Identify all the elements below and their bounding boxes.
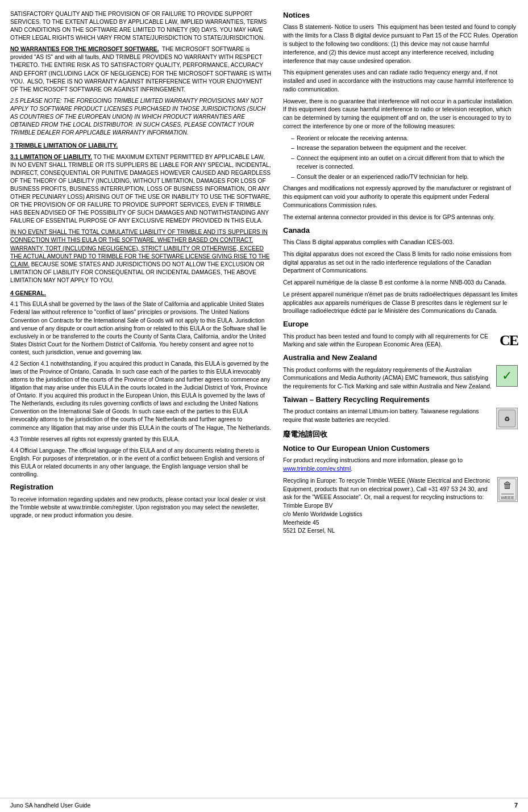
taiwan-title: Taiwan – Battery Recycling Requirements — [283, 395, 518, 405]
taiwan-para-1: The product contains an internal Lithium… — [283, 408, 518, 425]
footer-guide-title: Juno SA handheld User Guide — [10, 802, 90, 809]
para-registration: To receive information regarding updates… — [10, 496, 272, 520]
footer-bar: Juno SA handheld User Guide 7 — [0, 798, 528, 812]
australia-title: Australia and New Zealand — [283, 353, 518, 363]
left-column: SATISFACTORY QUALITY AND THE PROVISION O… — [10, 10, 272, 802]
canada-para-1: This Class B digital apparatus complies … — [283, 238, 518, 247]
taiwan-section: Taiwan – Battery Recycling Requirements … — [283, 395, 518, 443]
canada-para-4: Le présent appareil numérique n'émet pas… — [283, 291, 518, 316]
general-heading: 4 GENERAL. — [10, 289, 272, 297]
bullet-reorient: Reorient or relocate the receiving anten… — [291, 135, 518, 143]
svg-text:🗑: 🗑 — [503, 480, 512, 490]
para-3-1: 3.1 LIMITATION OF LIABILITY. TO THE MAXI… — [10, 153, 272, 225]
eu-para-1: For product recycling instructions and m… — [283, 457, 518, 474]
australia-section: Australia and New Zealand ✓ This product… — [283, 353, 518, 395]
bullet-connect: Connect the equipment into an outlet on … — [291, 154, 518, 171]
right-column: Notices Class B statement- Notice to use… — [283, 10, 518, 802]
svg-text:♻: ♻ — [504, 416, 510, 422]
canada-para-3: Cet appareil numérique de la classe B es… — [283, 279, 518, 287]
notices-para-4: Changes and modifications not expressly … — [283, 185, 518, 210]
trimble-register-link[interactable]: www.trimble.com/register — [68, 504, 132, 510]
canada-section: Canada This Class B digital apparatus co… — [283, 225, 518, 316]
no-event-underline: IN NO EVENT SHALL THE TOTAL CUMULATIVE L… — [10, 229, 270, 267]
taiwan-battery-logo: ♻ — [496, 408, 518, 429]
para-satisfactory: SATISFACTORY QUALITY AND THE PROVISION O… — [10, 10, 272, 42]
para-4-4: 4.4 Official Language. The official lang… — [10, 447, 272, 479]
eu-para-2-block: 🗑 WEEE Recycling in Europe: To recycle T… — [283, 477, 518, 539]
taiwan-content: ♻ The product contains an internal Lithi… — [283, 408, 518, 429]
australia-para-1: This product conforms with the regulator… — [283, 366, 518, 391]
eu-para-2: Recycling in Europe: To recycle Trimble … — [283, 477, 518, 535]
footer-page-number: 7 — [514, 802, 518, 809]
weee-logo: 🗑 WEEE — [497, 477, 518, 502]
registration-heading-para: Registration — [10, 482, 272, 492]
para-4-3: 4.3 Trimble reserves all rights not expr… — [10, 436, 272, 443]
canada-title: Canada — [283, 225, 518, 236]
limitation-of-liability-label: 3.1 LIMITATION OF LIABILITY. — [10, 154, 92, 160]
notices-bullets: Reorient or relocate the receiving anten… — [291, 135, 518, 182]
taiwan-kanji: 廢電池請回收 — [283, 429, 518, 440]
bullet-consult: Consult the dealer or an experienced rad… — [291, 173, 518, 182]
notices-para-1: Class B statement- Notice to users This … — [283, 23, 518, 65]
trimble-ev-link[interactable]: www.trimble.com/ev.shtml — [283, 466, 351, 472]
europe-section: Europe CE This product has been tested a… — [283, 319, 518, 353]
trimble-limitation-heading: 3 TRIMBLE LIMITATION OF LIABILITY. — [10, 141, 272, 149]
no-warranties-heading: NO WARRANTIES FOR THE MICROSOFT SOFTWARE… — [10, 46, 159, 52]
canada-para-2: This digital apparatus does not exceed t… — [283, 250, 518, 275]
para-2-5-note: 2.5 PLEASE NOTE: THE FOREGOING TRIMBLE L… — [10, 97, 272, 137]
notices-section: Notices Class B statement- Notice to use… — [283, 10, 518, 222]
section-4-heading: 4 GENERAL. — [10, 289, 272, 297]
australia-content: ✓ This product conforms with the regulat… — [283, 366, 518, 395]
para-no-event: IN NO EVENT SHALL THE TOTAL CUMULATIVE L… — [10, 228, 272, 284]
europe-content: CE This product has been tested and foun… — [283, 333, 518, 353]
notices-para-5: The external antenna connector provided … — [283, 214, 518, 222]
bullet-increase: Increase the separation between the equi… — [291, 144, 518, 153]
europe-title: Europe — [283, 319, 518, 329]
notices-para-3: However, there is no guarantee that inte… — [283, 98, 518, 131]
taiwan-recycle-icon: ♻ — [497, 409, 517, 428]
svg-text:WEEE: WEEE — [501, 495, 514, 500]
para-no-warranties: NO WARRANTIES FOR THE MICROSOFT SOFTWARE… — [10, 45, 272, 93]
section-3-heading: 3 TRIMBLE LIMITATION OF LIABILITY. — [10, 141, 272, 149]
acma-logo: ✓ — [496, 365, 518, 387]
page-wrapper: SATISFACTORY QUALITY AND THE PROVISION O… — [0, 0, 528, 812]
notices-title: Notices — [283, 10, 518, 20]
europe-para-1: This product has been tested and found t… — [283, 333, 518, 350]
para-4-1: 4.1 This EULA shall be governed by the l… — [10, 300, 272, 357]
page-content: SATISFACTORY QUALITY AND THE PROVISION O… — [0, 0, 528, 812]
para-4-2: 4.2 Section 4.1 notwithstanding, if you … — [10, 360, 272, 432]
eu-customers-section: Notice to Our European Union Customers F… — [283, 443, 518, 539]
registration-heading: Registration — [10, 483, 53, 491]
notices-para-2: This equipment generates uses and can ra… — [283, 69, 518, 94]
eu-customers-title: Notice to Our European Union Customers — [283, 443, 518, 454]
ce-mark-logo: CE — [500, 330, 518, 351]
weee-icon: 🗑 WEEE — [498, 478, 517, 501]
